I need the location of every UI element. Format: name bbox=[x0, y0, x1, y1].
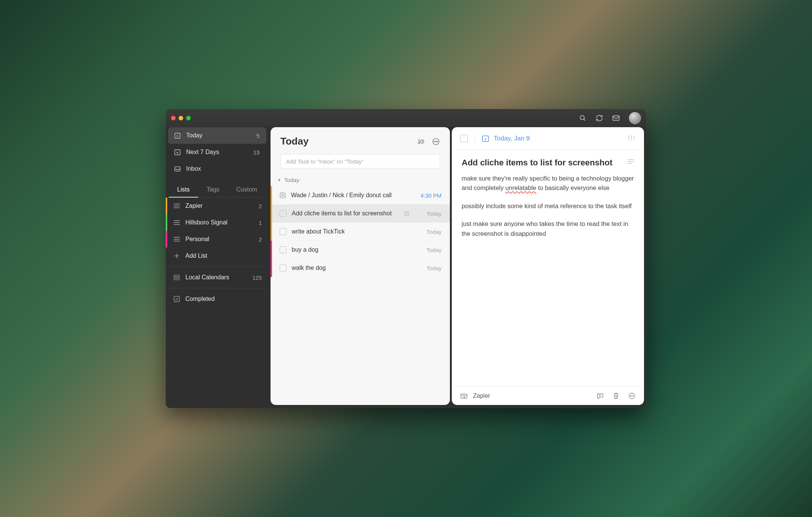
avatar[interactable] bbox=[629, 112, 641, 124]
svg-text:W: W bbox=[176, 151, 179, 154]
note-icon bbox=[404, 211, 409, 216]
list-label: Zapier bbox=[185, 202, 202, 209]
sidebar-item-label: Inbox bbox=[186, 165, 201, 172]
task-time: 4:30 PM bbox=[420, 192, 442, 199]
task-time: Today bbox=[426, 247, 442, 253]
task-row[interactable]: walk the dog Today bbox=[271, 259, 450, 277]
task-title: Wade / Justin / Nick / Emily donut call bbox=[291, 192, 392, 199]
task-time: Today bbox=[426, 210, 442, 217]
svg-point-0 bbox=[580, 115, 584, 120]
comment-icon[interactable] bbox=[596, 392, 604, 400]
description-icon[interactable] bbox=[627, 157, 634, 164]
svg-point-22 bbox=[178, 277, 178, 277]
svg-rect-41 bbox=[461, 394, 467, 398]
sidebar-item-inbox[interactable]: Inbox bbox=[168, 160, 266, 177]
inbox-icon bbox=[173, 165, 182, 173]
svg-line-1 bbox=[584, 119, 585, 120]
task-row[interactable]: Wade / Justin / Nick / Emily donut call … bbox=[271, 186, 450, 204]
task-list-title: Today bbox=[280, 135, 309, 147]
tab-lists[interactable]: Lists bbox=[169, 182, 198, 198]
traffic-lights bbox=[171, 116, 191, 120]
window-maximize-button[interactable] bbox=[186, 116, 191, 120]
calendar-day-icon: 9 bbox=[173, 131, 182, 140]
detail-project[interactable]: Zapier bbox=[473, 392, 490, 399]
detail-checkbox[interactable] bbox=[460, 135, 468, 142]
sidebar-list-item[interactable]: Personal 2 bbox=[166, 231, 269, 248]
calendar-day-icon[interactable]: 9 bbox=[482, 135, 489, 142]
detail-title[interactable]: Add cliche items to list for screenshot bbox=[462, 157, 621, 168]
detail-paragraph: make sure they're really specific to bei… bbox=[462, 174, 634, 193]
list-count: 2 bbox=[259, 203, 262, 209]
add-task-input[interactable] bbox=[280, 154, 440, 168]
window-close-button[interactable] bbox=[171, 116, 176, 120]
task-title: Add cliche items to list for screenshot bbox=[292, 210, 392, 217]
detail-paragraph: just make sure anyone who takes the time… bbox=[462, 219, 634, 238]
tab-custom[interactable]: Custom bbox=[228, 182, 266, 198]
svg-point-48 bbox=[632, 396, 632, 396]
sidebar: 9 Today 5 W Next 7 Days 13 Inbox Lists bbox=[166, 127, 269, 408]
plus-icon bbox=[173, 252, 181, 260]
subscription-icon bbox=[280, 192, 286, 198]
list-lines-icon bbox=[173, 202, 181, 210]
detail-description[interactable]: make sure they're really specific to bei… bbox=[462, 174, 634, 239]
task-row[interactable]: buy a dog Today bbox=[271, 241, 450, 259]
sidebar-list-item[interactable]: Hillsboro Signal 1 bbox=[166, 214, 269, 231]
task-group-header[interactable]: ▼ Today bbox=[271, 174, 450, 186]
task-checkbox[interactable] bbox=[280, 246, 286, 253]
task-title: buy a dog bbox=[292, 246, 318, 253]
task-row[interactable]: Add cliche items to list for screenshot … bbox=[271, 204, 450, 223]
svg-text:9: 9 bbox=[177, 134, 179, 138]
svg-point-47 bbox=[630, 396, 631, 396]
add-list-label: Add List bbox=[185, 252, 207, 259]
task-title: write about TickTick bbox=[292, 228, 345, 235]
task-color-bar bbox=[271, 241, 272, 259]
svg-point-30 bbox=[436, 141, 436, 142]
sidebar-item-today[interactable]: 9 Today 5 bbox=[168, 127, 266, 144]
svg-rect-26 bbox=[174, 296, 179, 302]
calendar-grid-icon bbox=[173, 273, 181, 282]
move-to-project-icon[interactable] bbox=[460, 392, 468, 400]
task-list-header: Today bbox=[271, 127, 450, 152]
detail-body[interactable]: Add cliche items to list for screenshot … bbox=[452, 150, 644, 386]
detail-paragraph: possibly include some kind of meta refer… bbox=[462, 201, 634, 211]
window-minimize-button[interactable] bbox=[179, 116, 183, 120]
tab-tags[interactable]: Tags bbox=[198, 182, 228, 198]
add-list-button[interactable]: Add List bbox=[166, 248, 269, 264]
task-group-label: Today bbox=[284, 177, 299, 183]
detail-date[interactable]: Today, Jan 9 bbox=[494, 135, 530, 142]
svg-point-31 bbox=[437, 141, 438, 142]
svg-text:9: 9 bbox=[484, 137, 486, 141]
detail-footer: Zapier bbox=[452, 386, 644, 405]
list-label: Hillsboro Signal bbox=[185, 219, 227, 226]
list-count: 2 bbox=[259, 236, 262, 243]
task-color-bar bbox=[271, 204, 272, 223]
list-count: 1 bbox=[259, 220, 262, 226]
task-row[interactable]: write about TickTick Today bbox=[271, 223, 450, 241]
divider bbox=[166, 288, 269, 288]
sidebar-item-local-calendars[interactable]: Local Calendars 125 bbox=[166, 269, 269, 286]
sidebar-item-completed[interactable]: Completed bbox=[166, 291, 269, 307]
sidebar-list-item[interactable]: Zapier 2 bbox=[166, 198, 269, 214]
list-color-bar bbox=[166, 198, 167, 214]
sort-icon[interactable] bbox=[417, 137, 425, 146]
task-title: walk the dog bbox=[292, 265, 326, 271]
notifications-icon[interactable] bbox=[612, 114, 620, 122]
task-checkbox[interactable] bbox=[280, 228, 286, 235]
task-checkbox[interactable] bbox=[280, 265, 286, 271]
search-icon[interactable] bbox=[579, 114, 586, 122]
priority-icon[interactable]: !!! bbox=[628, 134, 636, 142]
task-checkbox[interactable] bbox=[280, 210, 286, 217]
sidebar-item-label: Next 7 Days bbox=[186, 149, 219, 156]
more-icon[interactable] bbox=[432, 137, 440, 146]
svg-rect-33 bbox=[405, 212, 409, 216]
more-icon[interactable] bbox=[628, 392, 636, 400]
divider bbox=[474, 133, 475, 144]
sidebar-item-next7days[interactable]: W Next 7 Days 13 bbox=[168, 144, 266, 160]
svg-rect-19 bbox=[174, 275, 179, 280]
completed-label: Completed bbox=[185, 296, 215, 302]
task-list-panel: Today ▼ Today Wade / Justin / Nick / Emi bbox=[271, 127, 450, 405]
task-time: Today bbox=[426, 265, 442, 271]
trash-icon[interactable] bbox=[612, 392, 620, 400]
sync-icon[interactable] bbox=[596, 114, 603, 122]
divider bbox=[166, 266, 269, 267]
